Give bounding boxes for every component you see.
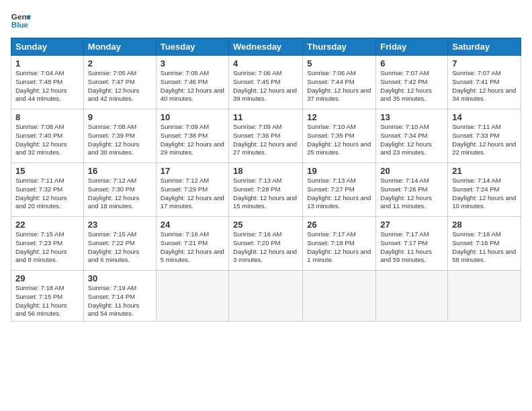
calendar-cell: 9Sunrise: 7:08 AMSunset: 7:39 PMDaylight… <box>83 109 156 163</box>
day-number: 15 <box>15 166 79 176</box>
logo-icon: General Blue <box>11 11 31 31</box>
week-row-3: 15Sunrise: 7:11 AMSunset: 7:32 PMDayligh… <box>11 163 521 217</box>
day-info: Sunrise: 7:12 AMSunset: 7:29 PMDaylight:… <box>161 177 224 211</box>
calendar-cell: 27Sunrise: 7:17 AMSunset: 7:17 PMDayligh… <box>376 217 448 271</box>
day-number: 4 <box>233 58 298 68</box>
day-number: 14 <box>452 112 517 122</box>
calendar-cell: 12Sunrise: 7:10 AMSunset: 7:35 PMDayligh… <box>303 109 376 163</box>
calendar-cell <box>303 271 376 322</box>
day-number: 29 <box>15 273 79 283</box>
day-info: Sunrise: 7:14 AMSunset: 7:24 PMDaylight:… <box>452 177 517 211</box>
day-info: Sunrise: 7:11 AMSunset: 7:33 PMDaylight:… <box>452 123 517 157</box>
calendar-cell: 24Sunrise: 7:16 AMSunset: 7:21 PMDayligh… <box>156 217 228 271</box>
calendar-cell: 6Sunrise: 7:07 AMSunset: 7:42 PMDaylight… <box>376 56 448 109</box>
col-header-friday: Friday <box>376 38 448 56</box>
day-number: 1 <box>15 58 79 68</box>
day-number: 25 <box>233 220 298 230</box>
day-number: 28 <box>452 220 517 230</box>
calendar-cell: 30Sunrise: 7:19 AMSunset: 7:14 PMDayligh… <box>83 271 156 322</box>
day-info: Sunrise: 7:06 AMSunset: 7:44 PMDaylight:… <box>307 69 371 103</box>
day-number: 9 <box>88 112 152 122</box>
calendar-cell: 11Sunrise: 7:09 AMSunset: 7:36 PMDayligh… <box>229 109 303 163</box>
week-row-1: 1Sunrise: 7:04 AMSunset: 7:48 PMDaylight… <box>11 56 521 109</box>
day-info: Sunrise: 7:14 AMSunset: 7:26 PMDaylight:… <box>380 177 443 211</box>
day-info: Sunrise: 7:06 AMSunset: 7:45 PMDaylight:… <box>233 69 298 103</box>
calendar-cell: 29Sunrise: 7:18 AMSunset: 7:15 PMDayligh… <box>11 271 84 322</box>
calendar-cell: 26Sunrise: 7:17 AMSunset: 7:18 PMDayligh… <box>303 217 376 271</box>
day-number: 27 <box>380 220 443 230</box>
day-info: Sunrise: 7:15 AMSunset: 7:22 PMDaylight:… <box>88 230 152 265</box>
calendar-cell: 21Sunrise: 7:14 AMSunset: 7:24 PMDayligh… <box>448 163 521 217</box>
col-header-saturday: Saturday <box>448 38 521 56</box>
day-number: 30 <box>88 273 152 283</box>
day-number: 11 <box>233 112 298 122</box>
week-row-5: 29Sunrise: 7:18 AMSunset: 7:15 PMDayligh… <box>11 271 521 322</box>
day-number: 18 <box>233 166 298 176</box>
day-number: 3 <box>161 58 224 68</box>
day-number: 6 <box>380 58 443 68</box>
day-number: 13 <box>380 112 443 122</box>
calendar-cell: 16Sunrise: 7:12 AMSunset: 7:30 PMDayligh… <box>83 163 156 217</box>
day-info: Sunrise: 7:13 AMSunset: 7:28 PMDaylight:… <box>233 177 298 211</box>
day-info: Sunrise: 7:13 AMSunset: 7:27 PMDaylight:… <box>307 177 371 211</box>
col-header-thursday: Thursday <box>303 38 376 56</box>
day-info: Sunrise: 7:10 AMSunset: 7:34 PMDaylight:… <box>380 123 443 157</box>
day-number: 7 <box>452 58 517 68</box>
day-info: Sunrise: 7:17 AMSunset: 7:17 PMDaylight:… <box>380 230 443 265</box>
col-header-monday: Monday <box>83 38 156 56</box>
calendar-cell: 17Sunrise: 7:12 AMSunset: 7:29 PMDayligh… <box>156 163 228 217</box>
day-info: Sunrise: 7:18 AMSunset: 7:16 PMDaylight:… <box>452 230 517 265</box>
calendar-body: 1Sunrise: 7:04 AMSunset: 7:48 PMDaylight… <box>11 56 521 322</box>
col-header-tuesday: Tuesday <box>156 38 228 56</box>
day-info: Sunrise: 7:05 AMSunset: 7:47 PMDaylight:… <box>88 69 152 103</box>
day-number: 10 <box>161 112 224 122</box>
calendar-header-row: SundayMondayTuesdayWednesdayThursdayFrid… <box>11 38 521 56</box>
calendar-cell: 22Sunrise: 7:15 AMSunset: 7:23 PMDayligh… <box>11 217 84 271</box>
calendar-cell <box>229 271 303 322</box>
day-number: 26 <box>307 220 371 230</box>
day-info: Sunrise: 7:05 AMSunset: 7:46 PMDaylight:… <box>161 69 224 103</box>
day-info: Sunrise: 7:07 AMSunset: 7:42 PMDaylight:… <box>380 69 443 103</box>
day-info: Sunrise: 7:09 AMSunset: 7:38 PMDaylight:… <box>161 123 224 157</box>
day-number: 20 <box>380 166 443 176</box>
day-info: Sunrise: 7:04 AMSunset: 7:48 PMDaylight:… <box>15 69 79 103</box>
day-number: 17 <box>161 166 224 176</box>
day-info: Sunrise: 7:16 AMSunset: 7:20 PMDaylight:… <box>233 230 298 265</box>
calendar-table: SundayMondayTuesdayWednesdayThursdayFrid… <box>11 38 521 322</box>
day-number: 22 <box>15 220 79 230</box>
day-number: 5 <box>307 58 371 68</box>
day-info: Sunrise: 7:15 AMSunset: 7:23 PMDaylight:… <box>15 230 79 265</box>
col-header-wednesday: Wednesday <box>229 38 303 56</box>
calendar-cell: 25Sunrise: 7:16 AMSunset: 7:20 PMDayligh… <box>229 217 303 271</box>
calendar-cell: 19Sunrise: 7:13 AMSunset: 7:27 PMDayligh… <box>303 163 376 217</box>
calendar-cell: 20Sunrise: 7:14 AMSunset: 7:26 PMDayligh… <box>376 163 448 217</box>
day-info: Sunrise: 7:16 AMSunset: 7:21 PMDaylight:… <box>161 230 224 265</box>
day-number: 19 <box>307 166 371 176</box>
svg-text:Blue: Blue <box>11 20 29 29</box>
day-number: 8 <box>15 112 79 122</box>
calendar-cell: 18Sunrise: 7:13 AMSunset: 7:28 PMDayligh… <box>229 163 303 217</box>
day-info: Sunrise: 7:11 AMSunset: 7:32 PMDaylight:… <box>15 177 79 211</box>
day-number: 2 <box>88 58 152 68</box>
calendar-cell: 2Sunrise: 7:05 AMSunset: 7:47 PMDaylight… <box>83 56 156 109</box>
day-info: Sunrise: 7:19 AMSunset: 7:14 PMDaylight:… <box>88 284 152 318</box>
day-info: Sunrise: 7:07 AMSunset: 7:41 PMDaylight:… <box>452 69 517 103</box>
calendar-cell <box>448 271 521 322</box>
calendar-cell: 23Sunrise: 7:15 AMSunset: 7:22 PMDayligh… <box>83 217 156 271</box>
day-info: Sunrise: 7:08 AMSunset: 7:40 PMDaylight:… <box>15 123 79 157</box>
calendar-cell: 15Sunrise: 7:11 AMSunset: 7:32 PMDayligh… <box>11 163 84 217</box>
day-number: 16 <box>88 166 152 176</box>
header: General Blue <box>11 11 521 31</box>
calendar-cell: 13Sunrise: 7:10 AMSunset: 7:34 PMDayligh… <box>376 109 448 163</box>
calendar-cell: 3Sunrise: 7:05 AMSunset: 7:46 PMDaylight… <box>156 56 228 109</box>
day-info: Sunrise: 7:17 AMSunset: 7:18 PMDaylight:… <box>307 230 371 265</box>
calendar-cell: 4Sunrise: 7:06 AMSunset: 7:45 PMDaylight… <box>229 56 303 109</box>
day-number: 12 <box>307 112 371 122</box>
calendar-cell: 10Sunrise: 7:09 AMSunset: 7:38 PMDayligh… <box>156 109 228 163</box>
calendar-cell <box>376 271 448 322</box>
col-header-sunday: Sunday <box>11 38 84 56</box>
page-container: General Blue SundayMondayTuesdayWednesda… <box>0 0 532 327</box>
calendar-cell: 28Sunrise: 7:18 AMSunset: 7:16 PMDayligh… <box>448 217 521 271</box>
week-row-4: 22Sunrise: 7:15 AMSunset: 7:23 PMDayligh… <box>11 217 521 271</box>
calendar-cell: 8Sunrise: 7:08 AMSunset: 7:40 PMDaylight… <box>11 109 84 163</box>
